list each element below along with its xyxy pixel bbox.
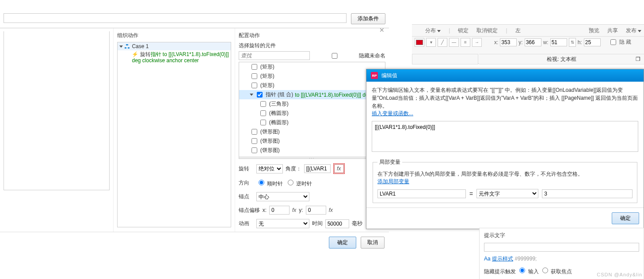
tool-button[interactable]: ▾ (426, 38, 436, 47)
hide-unnamed-checkbox[interactable] (314, 53, 355, 59)
configure-actions-title: 配置动作 (239, 32, 385, 39)
insert-var-link[interactable]: 插入变量或函数... (372, 110, 413, 117)
add-condition-button[interactable]: 添加条件 (351, 13, 385, 24)
trigger-input-radio[interactable]: 输入 (517, 268, 538, 275)
add-local-var-link[interactable]: 添加局部变量 (377, 178, 409, 185)
widget-search-input[interactable] (239, 51, 310, 60)
inspector-panel: 提示文字 Aa 提示样式 #999999; 隐藏提示触发 输入 获取焦点 (479, 228, 644, 279)
fx-icon[interactable]: fx (329, 207, 333, 213)
case-icon (125, 44, 130, 49)
hide-unnamed-label: 隐藏未命名 (359, 52, 385, 60)
coord-h-input[interactable] (584, 38, 601, 46)
case-action-row[interactable]: ⚡ 旋转指针 to [[(LVAR1*1.8).toFixed(0)]] deg… (118, 50, 230, 64)
rotate-mode-select[interactable]: 绝对位 (256, 164, 283, 173)
local-var-description: 在下方创建用于插入fx的局部变量，局部变量名称必须是字母、数字，不允许包含空格。 (377, 170, 633, 178)
equals-sign: = (469, 190, 473, 197)
direction-label: 方向 (239, 179, 254, 187)
link-wh-button[interactable]: ⇅ (569, 38, 576, 47)
animation-label: 动画 (239, 220, 254, 227)
horizontal-scrollbar[interactable] (239, 157, 385, 159)
case-name: Case 1 (132, 43, 149, 49)
time-input[interactable] (325, 219, 349, 228)
anchor-select[interactable]: 中心 (256, 192, 309, 201)
local-var-type-select[interactable]: 元件文字 (476, 189, 538, 198)
menu-publish[interactable]: 发布 (626, 27, 641, 34)
edit-value-dialog: RP 编辑值 在下方编辑区输入文本，变量名称或表达式要写在 "[[""]]" 中… (366, 69, 644, 229)
expression-textarea[interactable]: [[(LVAR1*1.8).toFixed(0)]] (372, 121, 638, 152)
cancel-button[interactable]: 取消 (361, 237, 385, 249)
tree-checkbox[interactable] (260, 101, 266, 107)
line-style-button[interactable]: — (449, 38, 459, 47)
action-tree-panel (0, 28, 114, 232)
tree-checkbox[interactable] (252, 138, 257, 144)
tree-checkbox[interactable] (257, 92, 263, 98)
hint-text-input[interactable] (484, 243, 639, 252)
app-logo-icon: RP (371, 72, 378, 79)
hint-style-link[interactable]: 提示样式 (492, 256, 513, 262)
fx-icon[interactable]: fx (292, 207, 296, 213)
hint-text-header: 提示文字 (484, 232, 639, 239)
local-var-legend: 局部变量 (377, 158, 402, 166)
widget-tree[interactable]: (矩形) (矩形) (矩形) 指针 (组 合) to [[(LVAR1*1.8)… (239, 62, 385, 159)
coord-y-input[interactable] (525, 38, 541, 46)
chevron-down-icon (638, 30, 641, 32)
tree-checkbox[interactable] (252, 147, 257, 153)
inspector-title: 检视: 文本框 (547, 56, 576, 63)
tree-checkbox[interactable] (260, 120, 266, 125)
bolt-icon: ⚡ (132, 51, 138, 57)
offset-y-input[interactable] (306, 206, 326, 215)
angle-input[interactable] (304, 164, 331, 173)
fill-color-button[interactable] (415, 38, 424, 47)
coord-h-label: h: (578, 39, 582, 45)
dialog-description: 在下方编辑区输入文本，变量名称或表达式要写在 "[[""]]" 中。例如：插入变… (372, 86, 638, 110)
hidden-checkbox[interactable] (610, 39, 616, 45)
dir-ccw-radio[interactable]: 逆时针 (286, 178, 312, 188)
menu-unlock[interactable]: 取消锁定 (476, 27, 498, 34)
trigger-focus-radio[interactable]: 获取焦点 (540, 268, 572, 275)
popout-icon[interactable]: ❐ (636, 56, 640, 62)
tree-row-selected[interactable]: 指针 (组 合) to [[(LVAR1*1.8).toFixed(0)]] d… (239, 90, 385, 99)
hidden-label: 隐 藏 (619, 38, 631, 46)
close-icon[interactable]: ✕ (379, 26, 385, 34)
anchor-label: 锚点 (239, 193, 254, 200)
line-color-button[interactable]: ╱ (438, 38, 447, 47)
angle-label: 角度： (286, 165, 301, 173)
rotate-label: 旋转 (239, 165, 254, 173)
offset-label: 锚点偏移 (239, 207, 260, 214)
ok-button[interactable]: 确定 (329, 237, 356, 249)
tree-checkbox[interactable] (252, 64, 257, 70)
coord-w-label: w: (543, 39, 549, 45)
local-var-name-input[interactable] (377, 189, 466, 198)
menu-preview[interactable]: 预览 (589, 27, 599, 34)
case-row[interactable]: Case 1 (118, 42, 230, 50)
arrow-button[interactable]: → (472, 38, 482, 47)
menu-lock[interactable]: 锁定 (458, 27, 469, 34)
coord-x-input[interactable] (500, 38, 517, 46)
dialog-titlebar[interactable]: RP 编辑值 (366, 69, 644, 82)
menu-share[interactable]: 共享 (607, 27, 618, 34)
coord-w-input[interactable] (550, 38, 567, 46)
expand-icon[interactable] (250, 94, 253, 96)
menu-distribute[interactable]: 分布 (425, 27, 441, 34)
line-weight-button[interactable]: ≡ (461, 38, 470, 47)
ok-button[interactable]: 确定 (612, 212, 639, 224)
select-widget-label: 选择旋转的元件 (239, 42, 385, 49)
expand-icon[interactable] (119, 45, 123, 48)
offset-x-input[interactable] (269, 206, 290, 215)
watermark: CSDN @Andy&lin (597, 272, 642, 277)
time-unit: 毫秒 (352, 220, 362, 227)
organize-actions-title: 组织动作 (117, 32, 231, 39)
dir-cw-radio[interactable]: 顺时针 (256, 178, 283, 188)
local-var-value-input[interactable] (542, 189, 633, 198)
time-label: 时间 (312, 220, 323, 227)
fx-button[interactable]: fx (334, 164, 344, 173)
tree-checkbox[interactable] (252, 73, 257, 79)
tree-checkbox[interactable] (252, 83, 257, 88)
menu-align-left[interactable]: 左 (515, 27, 521, 34)
tree-checkbox[interactable] (252, 129, 257, 135)
animation-select[interactable]: 无 (256, 219, 309, 228)
tree-checkbox[interactable] (260, 110, 266, 116)
case-editor-dialog: ✕ 添加条件 组织动作 Case 1 ⚡ 旋转指针 to [[(LVAR1*1.… (0, 0, 389, 253)
case-name-input[interactable] (4, 13, 347, 23)
coord-x-label: x: (494, 39, 498, 45)
